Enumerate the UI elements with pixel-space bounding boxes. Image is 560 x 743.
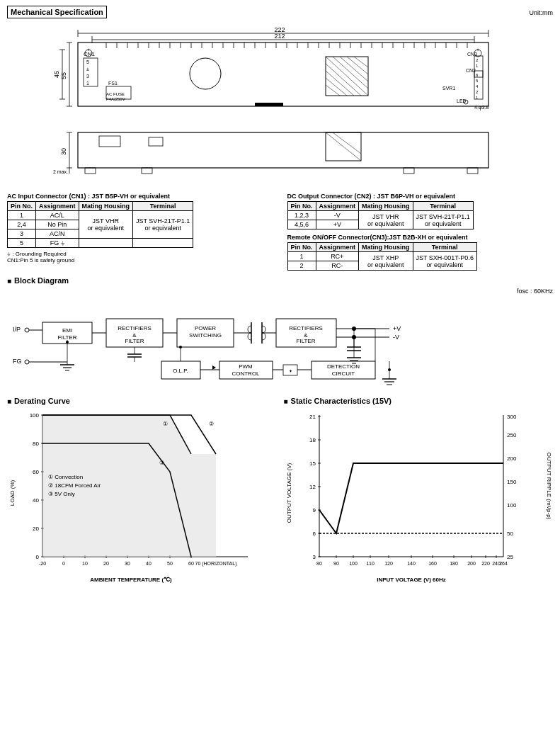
svg-text:100: 100 <box>507 502 517 509</box>
svg-text:250: 250 <box>507 432 517 438</box>
svg-text:LED: LED <box>457 98 467 103</box>
svg-text:CONTROL: CONTROL <box>232 370 260 377</box>
ac-connector-group: AC Input Connector (CN1) : JST B5P-VH or… <box>7 193 273 271</box>
table-row: 5 FG ⏚ <box>8 239 193 248</box>
derating-header: Derating Curve <box>7 397 277 405</box>
unit-label: Unit:mm <box>530 9 554 16</box>
svg-text:0: 0 <box>36 554 40 560</box>
svg-text:110: 110 <box>366 561 375 566</box>
svg-text:60: 60 <box>188 561 194 566</box>
svg-text:21: 21 <box>309 414 316 420</box>
svg-text:2: 2 <box>476 58 479 62</box>
svg-text:3: 3 <box>86 74 89 79</box>
svg-text:O.L.P.: O.L.P. <box>173 368 188 374</box>
svg-text:40: 40 <box>33 497 39 504</box>
dc-connector-table: Pin No. Assignment Mating Housing Termin… <box>287 201 474 229</box>
dc-col-terminal: Terminal <box>413 202 473 211</box>
svg-text:CIRCUIT: CIRCUIT <box>332 370 355 377</box>
svg-text:F4A/250V: F4A/250V <box>106 97 125 101</box>
svg-text:SVR1: SVR1 <box>442 86 455 91</box>
svg-text:180: 180 <box>450 561 458 566</box>
svg-point-110 <box>25 328 29 332</box>
svg-line-97 <box>333 132 361 154</box>
svg-text:20: 20 <box>103 561 109 566</box>
block-diagram-title: Block Diagram <box>14 276 69 285</box>
svg-line-96 <box>326 132 361 161</box>
svg-text:30: 30 <box>125 561 130 566</box>
rem-col-assign: Assignment <box>316 243 359 252</box>
static-header: Static Characteristics (15V) <box>284 397 554 405</box>
ac-col-mating: Mating Housing <box>79 202 133 211</box>
svg-text:LOAD (%): LOAD (%) <box>9 480 16 506</box>
table-row: 1,2,3 -V JST VHRor equivalent JST SVH-21… <box>287 211 473 220</box>
svg-text:-20: -20 <box>39 561 46 566</box>
svg-text:120: 120 <box>384 561 393 566</box>
svg-text:5: 5 <box>476 79 479 83</box>
svg-point-183 <box>388 368 391 371</box>
svg-text:4: 4 <box>476 84 479 89</box>
svg-text:18: 18 <box>309 437 316 443</box>
svg-text:60: 60 <box>33 469 39 475</box>
svg-text:1: 1 <box>86 81 89 86</box>
svg-line-64 <box>354 57 368 67</box>
svg-text:100: 100 <box>30 412 40 419</box>
svg-text:100: 100 <box>349 561 358 566</box>
svg-text:200: 200 <box>467 561 476 566</box>
dc-col-pinno: Pin No. <box>287 202 316 211</box>
svg-text:15: 15 <box>309 460 316 467</box>
svg-text:50: 50 <box>507 531 513 537</box>
svg-text:9: 9 <box>312 507 316 514</box>
svg-rect-101 <box>467 168 478 174</box>
svg-text:-V: -V <box>393 334 399 341</box>
right-connector-group: DC Output Connector (CN2) : JST B6P-VH o… <box>287 193 554 271</box>
derating-section: Derating Curve 0 20 40 60 80 100 LOAD (%… <box>7 397 277 594</box>
derating-title: Derating Curve <box>14 397 70 405</box>
svg-text:12: 12 <box>309 484 316 490</box>
svg-text:80: 80 <box>316 561 322 566</box>
rem-col-pinno: Pin No. <box>287 243 316 252</box>
ac-connector-table: Pin No. Assignment Mating Housing Termin… <box>7 201 193 248</box>
svg-line-65 <box>326 64 361 96</box>
svg-text:3: 3 <box>312 554 316 560</box>
svg-text:40: 40 <box>146 561 152 566</box>
svg-text:50: 50 <box>167 561 173 566</box>
ac-col-assign: Assignment <box>36 202 79 211</box>
svg-text:90: 90 <box>333 561 339 566</box>
remote-connector-title: Remote ON/OFF Connector(CN3):JST B2B-XH … <box>287 234 554 241</box>
connector-tables: AC Input Connector (CN1) : JST B5P-VH or… <box>7 193 553 271</box>
svg-text:FS1: FS1 <box>108 81 118 86</box>
svg-point-58 <box>190 58 221 89</box>
dc-col-mating: Mating Housing <box>359 202 413 211</box>
svg-text:30: 30 <box>60 148 67 155</box>
mechanical-svg: 222 212 <box>7 23 552 186</box>
svg-text:FILTER: FILTER <box>58 334 77 341</box>
svg-rect-93 <box>99 136 120 147</box>
svg-text:CN1: CN1 <box>84 51 96 57</box>
static-svg: 3 6 9 12 15 18 21 OUTPUT VOLTAGE (V) 25 … <box>284 408 553 592</box>
svg-text:③ 5V Only: ③ 5V Only <box>48 491 75 497</box>
section-header-mechanical: Mechanical Specification <box>7 6 107 18</box>
svg-text:RECTIFIERS: RECTIFIERS <box>289 325 323 331</box>
bottom-charts-section: Derating Curve 0 20 40 60 80 100 LOAD (%… <box>7 397 553 594</box>
ac-connector-title: AC Input Connector (CN1) : JST B5P-VH or… <box>7 193 273 200</box>
svg-text:264: 264 <box>499 561 508 566</box>
svg-text:OUTPUT RIPPLE (mVp-p): OUTPUT RIPPLE (mVp-p) <box>546 453 552 520</box>
svg-rect-98 <box>85 168 96 174</box>
svg-text:6: 6 <box>312 531 316 537</box>
svg-text:2: 2 <box>476 90 479 94</box>
svg-rect-8 <box>78 42 488 106</box>
svg-text:220: 220 <box>481 561 490 566</box>
remote-connector-group: Remote ON/OFF Connector(CN3):JST B2B-XH … <box>287 234 554 271</box>
svg-text:70 (HORIZONTAL): 70 (HORIZONTAL) <box>195 561 237 567</box>
svg-text:PWM: PWM <box>239 363 253 370</box>
svg-text:10: 10 <box>82 561 88 566</box>
svg-rect-100 <box>404 168 414 174</box>
svg-text:①: ① <box>163 421 168 427</box>
svg-text:6: 6 <box>476 73 479 77</box>
svg-text:DETECTION: DETECTION <box>327 363 360 370</box>
svg-text:80: 80 <box>33 441 39 447</box>
svg-point-152 <box>66 341 69 344</box>
block-diagram-header: Block Diagram <box>7 276 553 285</box>
remote-connector-table: Pin No. Assignment Mating Housing Termin… <box>287 242 477 271</box>
svg-text:0: 0 <box>62 561 65 566</box>
